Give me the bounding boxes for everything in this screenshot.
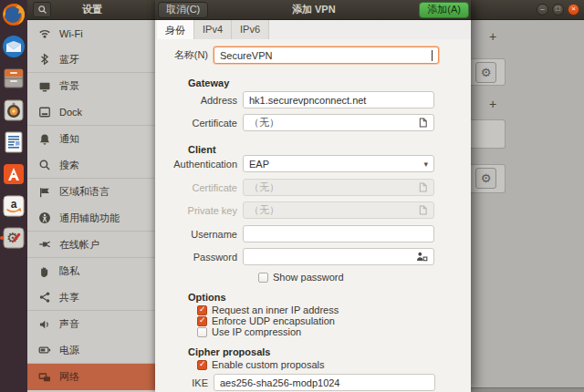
search-button[interactable] [33, 2, 51, 17]
file-chooser-icon [418, 205, 428, 215]
sidebar-list: Wi-Fi蓝牙背景Dock通知搜索区域和语言通用辅助功能在线帐户隐私共享声音电源… [27, 20, 155, 392]
file-chooser-icon[interactable] [418, 118, 428, 128]
network-panel-background: + ⚙ + ⚙ [471, 20, 584, 392]
sidebar-item-network[interactable]: 网络 [27, 364, 155, 390]
sidebar-item-region-language[interactable]: 区域和语言 [27, 179, 155, 205]
close-button[interactable]: × [568, 4, 579, 15]
checkbox-request-an-inner-ip-address[interactable]: Request an inner IP address [197, 304, 471, 315]
checkbox-box[interactable] [197, 316, 207, 326]
dock-ubuntu-software-icon[interactable] [1, 161, 26, 187]
power-icon [38, 344, 51, 356]
svg-text:a: a [11, 198, 17, 211]
sound-icon [38, 318, 51, 331]
gear-icon: ⚙ [481, 171, 492, 185]
dock-icon [38, 106, 51, 119]
region-language-icon [38, 186, 51, 199]
wifi-icon [38, 27, 51, 40]
add-vpn-button[interactable]: + [486, 29, 499, 44]
gateway-address-input[interactable]: hk1.securevpnconnect.net [243, 91, 434, 108]
add-connection-button[interactable]: + [486, 97, 499, 111]
authentication-dropdown[interactable]: EAP ▾ [243, 155, 434, 172]
add-vpn-dialog: 取消(C) 添加 VPN 添加(A) 身份IPv4IPv6 名称(N) Secu… [155, 0, 471, 392]
vpn-form: 名称(N) SecureVPN Gateway Address hk1.secu… [155, 39, 471, 392]
sidebar-item-background[interactable]: 背景 [27, 73, 155, 99]
share-icon [38, 291, 51, 304]
sidebar-item-dock[interactable]: Dock [27, 99, 155, 126]
checkbox-box[interactable] [197, 305, 207, 315]
sidebar-item-bluetooth[interactable]: 蓝牙 [27, 46, 155, 73]
gateway-section-header: Gateway [188, 77, 471, 88]
show-password-checkbox[interactable]: Show password [258, 272, 471, 283]
dock-thunderbird-icon[interactable] [1, 34, 26, 59]
privacy-icon [38, 265, 51, 278]
options-section-header: Options [188, 292, 471, 303]
settings-sidebar: 设置 Wi-Fi蓝牙背景Dock通知搜索区域和语言通用辅助功能在线帐户隐私共享声… [27, 0, 155, 392]
address-label: Address [155, 95, 237, 106]
file-chooser-icon [418, 182, 428, 192]
dialog-title: 添加 VPN [212, 3, 415, 16]
vpn-settings-button[interactable]: ⚙ [475, 62, 496, 83]
private-key-label: Private key [155, 205, 237, 216]
dock: a⚙ [0, 0, 27, 392]
sidebar-item-power[interactable]: 电源 [27, 337, 155, 364]
checkbox-box[interactable] [258, 273, 268, 283]
dock-firefox-icon[interactable] [1, 2, 26, 27]
network-row [471, 119, 506, 149]
maximize-button[interactable]: □ [552, 4, 564, 15]
notifications-icon [38, 133, 51, 146]
cipher-section-header: Cipher proposals [188, 346, 471, 357]
gateway-certificate-chooser[interactable]: （无） [243, 114, 434, 131]
text-cursor [432, 50, 433, 61]
dock-libreoffice-writer-icon[interactable] [1, 129, 26, 155]
online-accounts-icon [38, 238, 51, 251]
dock-system-settings-icon[interactable]: ⚙ [1, 225, 26, 251]
settings-window-title: 设置 [51, 3, 133, 16]
tab-identity[interactable]: 身份 [157, 20, 194, 39]
checkbox-box[interactable] [197, 327, 207, 337]
client-certificate-label: Certificate [155, 182, 237, 193]
tab-ipv6[interactable]: IPv6 [232, 20, 269, 39]
checkbox-enforce-udp-encapsulation[interactable]: Enforce UDP encapsulation [197, 315, 471, 326]
sidebar-item-online-accounts[interactable]: 在线帐户 [27, 232, 155, 258]
dock-rhythmbox-icon[interactable] [1, 98, 26, 123]
settings-window-background: –□× + ⚙ + ⚙ [471, 0, 584, 392]
password-storage-icon[interactable] [416, 252, 428, 262]
private-key-chooser: （无） [243, 201, 434, 219]
dock-files-icon[interactable] [1, 66, 26, 91]
dock-amazon-icon[interactable]: a [1, 193, 26, 219]
password-label: Password [155, 252, 237, 263]
username-input[interactable] [243, 225, 434, 242]
name-label: 名称(N) [157, 48, 208, 62]
ike-input[interactable]: aes256-sha256-modp1024 [214, 374, 435, 391]
checkbox-box[interactable] [197, 360, 207, 370]
bluetooth-icon [38, 53, 51, 66]
gear-icon: ⚙ [481, 66, 492, 79]
checkbox-use-ip-compression[interactable]: Use IP compression [197, 326, 471, 337]
password-input[interactable] [243, 248, 434, 265]
sidebar-item-notifications[interactable]: 通知 [27, 126, 155, 152]
enable-custom-proposals-checkbox[interactable]: Enable custom proposals [197, 359, 471, 370]
sidebar-item-universal-access[interactable]: 通用辅助功能 [27, 205, 155, 232]
sidebar-item-privacy[interactable]: 隐私 [27, 258, 155, 284]
add-button[interactable]: 添加(A) [419, 2, 469, 18]
connection-settings-button[interactable]: ⚙ [475, 168, 496, 189]
settings-headerbar-right: –□× [471, 0, 584, 20]
network-icon [38, 371, 51, 384]
background-icon [38, 80, 51, 93]
sidebar-item-wifi[interactable]: Wi-Fi [27, 20, 155, 46]
accessibility-icon [38, 211, 51, 224]
search-icon [37, 5, 47, 15]
options-checkbox-list: Request an inner IP addressEnforce UDP e… [197, 304, 471, 337]
cancel-button[interactable]: 取消(C) [158, 2, 208, 18]
minimize-button[interactable]: – [537, 4, 548, 15]
ike-label: IKE [155, 377, 208, 388]
settings-headerbar-left: 设置 [27, 0, 155, 20]
sidebar-item-sharing[interactable]: 共享 [27, 284, 155, 311]
sidebar-item-sound[interactable]: 声音 [27, 311, 155, 337]
tab-ipv4[interactable]: IPv4 [194, 20, 232, 39]
name-input[interactable]: SecureVPN [214, 46, 439, 64]
network-row: ⚙ [471, 58, 506, 86]
dialog-headerbar: 取消(C) 添加 VPN 添加(A) [155, 0, 471, 20]
client-section-header: Client [188, 144, 471, 155]
sidebar-item-search[interactable]: 搜索 [27, 152, 155, 179]
